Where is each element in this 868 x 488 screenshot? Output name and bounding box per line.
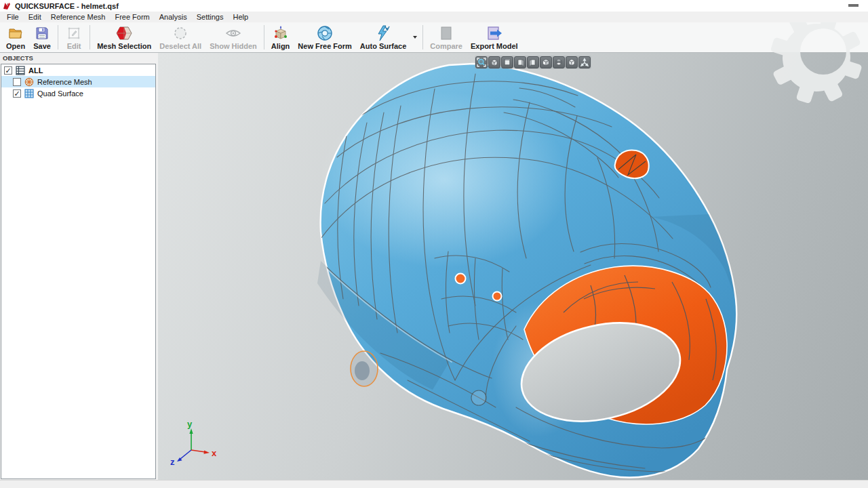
show-hidden-eye-icon: [224, 24, 242, 41]
auto-surface-dropdown-arrow[interactable]: [410, 22, 420, 52]
objects-panel: OBJECTS ✓ ALL: [0, 53, 158, 480]
helmet-model: [158, 53, 868, 480]
auto-surface-button[interactable]: Auto Surface: [356, 22, 410, 52]
auto-surface-bolt-icon: [375, 24, 391, 41]
status-bar: [0, 480, 868, 488]
tree-row-all[interactable]: ✓ ALL: [1, 64, 155, 76]
show-hidden-label: Show Hidden: [210, 42, 257, 50]
tree-row-reference-mesh[interactable]: Reference Mesh: [1, 76, 155, 87]
title-bar: QUICKSURFACE - helmet.qsf: [0, 0, 868, 12]
objects-tree: ✓ ALL Reference Me: [1, 64, 156, 479]
export-model-label: Export Model: [471, 42, 518, 50]
mesh-selection-button[interactable]: Mesh Selection: [93, 22, 155, 52]
compare-button: Compare: [426, 22, 467, 52]
new-free-form-torus-icon: [316, 24, 334, 41]
edit-button: Edit: [61, 22, 87, 52]
quad-surface-icon: [24, 89, 34, 98]
minimize-button[interactable]: [848, 4, 859, 7]
deselect-all-circle-icon: [172, 24, 189, 41]
open-button[interactable]: Open: [2, 22, 29, 52]
save-label: Save: [33, 42, 51, 50]
view-orientation-toolbar: [475, 56, 591, 69]
view-left-button[interactable]: [514, 56, 526, 68]
tree-row-quad-surface[interactable]: ✓ Quad Surface: [1, 87, 155, 99]
tree-label-reference-mesh: Reference Mesh: [37, 78, 92, 86]
export-model-arrow-icon: [486, 24, 503, 41]
view-front-button[interactable]: [540, 56, 552, 68]
toolbar-separator: [58, 25, 58, 49]
view-right-button[interactable]: [527, 56, 539, 68]
edit-label: Edit: [67, 42, 81, 50]
toolbar-separator: [422, 25, 423, 49]
new-free-form-button[interactable]: New Free Form: [294, 22, 355, 52]
all-objects-icon: [16, 66, 25, 75]
main-toolbar: Open Save Edit: [0, 22, 868, 53]
open-folder-icon: [7, 24, 24, 41]
objects-panel-title: OBJECTS: [0, 53, 158, 63]
menu-help[interactable]: Help: [228, 12, 253, 22]
open-label: Open: [6, 42, 25, 50]
view-iso-back-button[interactable]: [488, 56, 500, 68]
menu-file[interactable]: File: [2, 12, 24, 22]
window-title: QUICKSURFACE - helmet.qsf: [15, 2, 119, 10]
align-button[interactable]: Align: [267, 22, 294, 52]
reference-mesh-icon: [24, 77, 34, 87]
view-top-button[interactable]: [501, 56, 513, 68]
menu-bar: File Edit Reference Mesh Free Form Analy…: [0, 12, 868, 22]
new-free-form-label: New Free Form: [298, 42, 351, 50]
deselect-all-label: Deselect All: [159, 42, 201, 50]
quad-surface-checkbox[interactable]: ✓: [13, 89, 21, 98]
menu-reference-mesh[interactable]: Reference Mesh: [46, 12, 111, 22]
auto-surface-label: Auto Surface: [360, 42, 406, 50]
align-label: Align: [271, 42, 290, 50]
top-vent: [615, 150, 649, 178]
menu-analysis[interactable]: Analysis: [155, 12, 192, 22]
menu-edit[interactable]: Edit: [24, 12, 46, 22]
mesh-selection-hexagon-icon: [115, 24, 133, 41]
toolbar-separator: [264, 25, 264, 49]
menu-free-form[interactable]: Free Form: [110, 12, 154, 22]
tree-label-quad-surface: Quad Surface: [37, 89, 83, 98]
show-hidden-button: Show Hidden: [205, 22, 261, 52]
export-model-button[interactable]: Export Model: [467, 22, 522, 52]
edit-box-icon: [66, 24, 81, 41]
toolbar-separator: [90, 25, 90, 49]
app-logo-icon: [3, 2, 11, 10]
reference-mesh-checkbox[interactable]: [13, 78, 21, 86]
align-cube-icon: [273, 24, 289, 41]
tree-label-all: ALL: [28, 66, 43, 75]
view-iso-button[interactable]: [566, 56, 578, 68]
save-floppy-icon: [35, 24, 50, 41]
mesh-selection-label: Mesh Selection: [97, 42, 151, 50]
deselect-all-button: Deselect All: [155, 22, 205, 52]
save-button[interactable]: Save: [29, 22, 55, 52]
menu-settings[interactable]: Settings: [192, 12, 229, 22]
view-iso-bottom-button[interactable]: [553, 56, 565, 68]
compare-label: Compare: [430, 42, 462, 50]
expand-viewports-button[interactable]: [578, 56, 591, 68]
all-checkbox[interactable]: ✓: [4, 66, 12, 75]
3d-viewport-canvas[interactable]: y x z: [158, 53, 868, 480]
zoom-fit-button[interactable]: [475, 56, 488, 68]
compare-square-icon: [439, 24, 454, 41]
